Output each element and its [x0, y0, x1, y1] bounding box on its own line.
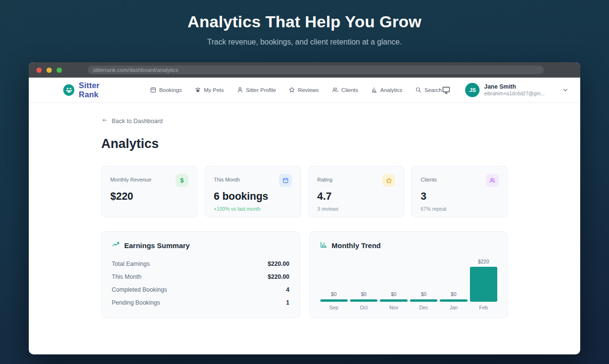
panel-title: Monthly Trend: [332, 241, 381, 250]
bar-value-label: $0: [361, 291, 367, 297]
bar-month-label: Nov: [389, 305, 398, 310]
hero-subtitle: Track revenue, bookings, and client rete…: [0, 38, 609, 46]
panel-title: Earnings Summary: [124, 241, 190, 250]
nav-menu: Bookings My Pets Sitter Profile: [150, 87, 442, 94]
summary-rows: Total Earnings $220.00 This Month $220.0…: [112, 257, 290, 309]
trend-bar: [350, 299, 377, 302]
row-label: Pending Bookings: [112, 299, 160, 306]
bar-value-label: $0: [331, 291, 337, 297]
nav-item-clients[interactable]: Clients: [332, 87, 358, 94]
summary-row: Total Earnings $220.00: [112, 257, 290, 270]
stat-card-monthly-revenue: Monthly Revenue $ $220: [101, 166, 198, 217]
row-label: Completed Bookings: [112, 286, 167, 293]
summary-row: Pending Bookings 1: [112, 296, 290, 309]
dollar-icon: $: [176, 174, 188, 187]
page-content: Back to Dashboard Analytics Monthly Reve…: [29, 103, 580, 318]
hero-title: Analytics That Help You Grow: [0, 12, 609, 31]
search-icon: [415, 87, 422, 94]
close-window-button[interactable]: [36, 68, 42, 73]
nav-label: Bookings: [159, 87, 182, 93]
nav-label: Reviews: [298, 87, 318, 93]
calendar-icon: [150, 87, 156, 94]
trend-chart: $0Sep$0Oct$0Nov$0Dec$0Jan$220Feb: [320, 257, 498, 310]
stat-card-rating: Rating 4.7 3 reviews: [308, 166, 405, 217]
bar-value-label: $0: [391, 291, 397, 297]
bar-month-label: Feb: [479, 305, 488, 310]
bar-month-label: Dec: [419, 305, 428, 310]
star-icon: [382, 174, 395, 187]
row-label: This Month: [112, 273, 141, 280]
page-title: Analytics: [101, 136, 508, 151]
summary-row: This Month $220.00: [112, 270, 290, 283]
chart-column: $0Dec: [410, 291, 437, 310]
stat-value: 6 bookings: [214, 191, 292, 203]
nav-label: Search: [424, 87, 442, 93]
earnings-summary-panel: Earnings Summary Total Earnings $220.00 …: [101, 231, 300, 318]
brand-logo[interactable]: Sitter Rank: [63, 81, 120, 99]
url-bar[interactable]: sitterrank.com/dashboard/analytics: [88, 66, 544, 74]
back-to-dashboard-link[interactable]: Back to Dashboard: [101, 117, 163, 125]
nav-item-reviews[interactable]: Reviews: [289, 87, 318, 94]
nav-item-search[interactable]: Search: [415, 87, 442, 94]
trend-bar: [380, 299, 407, 302]
stat-value: 4.7: [317, 191, 396, 203]
users-icon: [486, 174, 499, 187]
traffic-lights: [36, 68, 62, 73]
stat-value: 3: [421, 191, 499, 203]
nav-item-bookings[interactable]: Bookings: [150, 87, 182, 94]
nav-right: JS Jane Smith eibrahim+a1dc6d27@gm...: [442, 83, 569, 97]
column-chart-icon: [320, 241, 328, 250]
browser-window: sitterrank.com/dashboard/analytics Sitte…: [29, 62, 580, 354]
url-text: sitterrank.com/dashboard/analytics: [93, 67, 178, 73]
stat-sub: 3 reviews: [317, 206, 396, 212]
bar-month-label: Sep: [329, 305, 339, 310]
row-value: $220.00: [268, 261, 289, 267]
trend-bar: [440, 299, 467, 302]
bar-value-label: $0: [451, 291, 457, 297]
monthly-trend-panel: Monthly Trend $0Sep$0Oct$0Nov$0Dec$0Jan$…: [309, 231, 508, 318]
stat-label: Rating: [317, 174, 333, 182]
bar-month-label: Jan: [449, 305, 457, 310]
row-value: 1: [286, 299, 290, 306]
back-arrow-icon: [101, 117, 108, 125]
stat-cards: Monthly Revenue $ $220 This Month: [101, 166, 508, 217]
nav-item-sitter-profile[interactable]: Sitter Profile: [237, 87, 276, 94]
star-icon: [289, 87, 295, 94]
stat-card-clients: Clients 3 67% repeat: [411, 166, 508, 217]
nav-label: My Pets: [204, 87, 224, 93]
bar-month-label: Oct: [360, 305, 367, 310]
stat-label: Clients: [421, 174, 437, 182]
summary-row: Completed Bookings 4: [112, 283, 290, 296]
chevron-down-icon[interactable]: [562, 87, 569, 93]
chart-column: $220Feb: [470, 259, 497, 310]
display-mode-button[interactable]: [442, 86, 451, 94]
chart-column: $0Oct: [350, 291, 377, 310]
bar-value-label: $220: [478, 259, 489, 264]
minimize-window-button[interactable]: [47, 68, 52, 73]
hero-section: Analytics That Help You Grow Track reven…: [0, 0, 609, 46]
nav-label: Sitter Profile: [246, 87, 276, 93]
user-avatar[interactable]: JS: [465, 83, 480, 97]
maximize-window-button[interactable]: [57, 68, 62, 73]
stat-label: Monthly Revenue: [110, 174, 152, 182]
user-meta: Jane Smith eibrahim+a1dc6d27@gm...: [484, 83, 545, 97]
row-value: $220.00: [268, 273, 289, 280]
avatar-initials: JS: [469, 87, 476, 93]
trending-up-icon: [112, 241, 120, 250]
app-navbar: Sitter Rank Bookings: [29, 78, 580, 103]
row-value: 4: [286, 286, 290, 293]
nav-item-my-pets[interactable]: My Pets: [195, 87, 224, 94]
chart-column: $0Sep: [320, 291, 348, 310]
chart-column: $0Nov: [380, 291, 407, 310]
trend-bar: [410, 299, 437, 302]
nav-item-analytics[interactable]: Analytics: [371, 87, 402, 94]
bar-value-label: $0: [421, 291, 427, 297]
sitter-rank-logo-icon: [63, 84, 74, 96]
trend-bar: [320, 299, 348, 302]
bar-chart-icon: [371, 87, 377, 94]
stat-label: This Month: [214, 174, 240, 182]
stat-card-this-month: This Month 6 bookings +100% vs last mont…: [205, 166, 301, 217]
row-label: Total Earnings: [112, 261, 150, 267]
browser-titlebar: sitterrank.com/dashboard/analytics: [29, 62, 580, 78]
nav-label: Clients: [341, 87, 358, 93]
